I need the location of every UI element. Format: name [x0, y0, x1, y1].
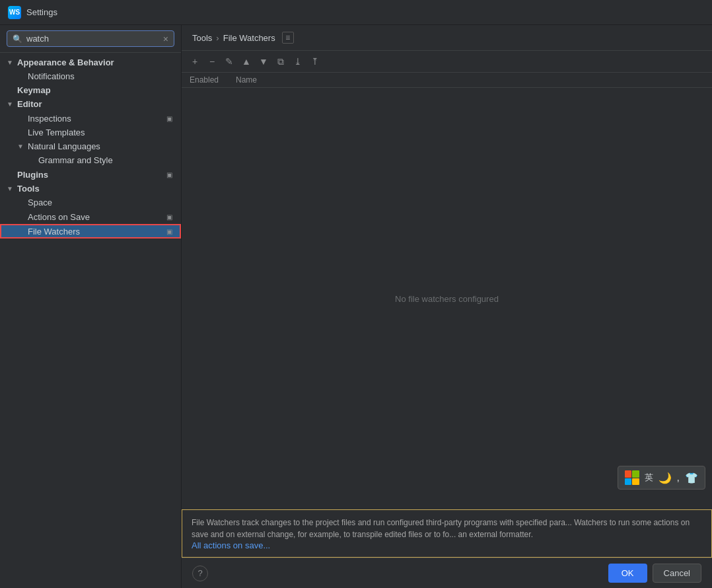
sidebar-item-label: Keymap [17, 85, 174, 95]
sidebar-item-label: Natural Languages [28, 141, 174, 151]
sidebar-item-plugins[interactable]: Plugins ▣ [0, 167, 181, 182]
import-button[interactable]: ⤓ [290, 54, 306, 69]
search-box: 🔍 × [7, 30, 174, 47]
copy-button[interactable]: ⧉ [273, 54, 289, 69]
breadcrumb: Tools › File Watchers ≡ [182, 25, 712, 51]
ws-logo: WS [8, 6, 21, 19]
sidebar-item-editor[interactable]: ▼ Editor [0, 97, 181, 111]
remove-button[interactable]: − [204, 54, 220, 69]
toolbar: + − ✎ ▲ ▼ ⧉ ⤓ ⤒ [182, 51, 712, 73]
sidebar-item-label: Space [28, 198, 174, 207]
sidebar-item-notifications[interactable]: Notifications [0, 69, 181, 83]
sidebar-item-keymap[interactable]: Keymap [0, 83, 181, 97]
sidebar-item-tools[interactable]: ▼ Tools [0, 182, 181, 196]
toggle-icon: ▼ [7, 185, 17, 192]
sidebar: 🔍 × ▼ Appearance & Behavior Notification… [0, 25, 182, 588]
sidebar-item-label: Editor [17, 99, 174, 109]
sidebar-item-label: Plugins [17, 170, 161, 180]
description-text: File Watchers track changes to the proje… [192, 517, 702, 540]
bottom-actions: OK Cancel [608, 564, 701, 583]
toggle-icon: ▼ [7, 100, 17, 108]
sidebar-item-label: Actions on Save [28, 212, 161, 222]
microsoft-icon [625, 470, 639, 485]
window-title: Settings [26, 7, 57, 17]
add-button[interactable]: + [187, 54, 203, 69]
sidebar-item-actions-on-save[interactable]: Actions on Save ▣ [0, 209, 181, 224]
app-icon: WS [8, 6, 21, 19]
move-down-button[interactable]: ▼ [256, 54, 271, 69]
title-bar: WS Settings [0, 0, 712, 25]
settings-icon: ▣ [164, 169, 174, 180]
sidebar-item-grammar-style[interactable]: Grammar and Style [0, 153, 181, 167]
tray-shirt-icon: 👕 [685, 472, 698, 484]
edit-button[interactable]: ✎ [221, 54, 237, 69]
export-button[interactable]: ⤒ [307, 54, 323, 69]
content-body: No file watchers configured 英 🌙 , 👕 [182, 88, 712, 509]
tray-moon-icon: 🌙 [659, 472, 672, 484]
tray-lang-label: 英 [645, 472, 653, 484]
cancel-button[interactable]: Cancel [653, 564, 701, 583]
breadcrumb-file-watchers: File Watchers [223, 33, 275, 43]
settings-icon: ▣ [164, 211, 174, 222]
sidebar-item-space[interactable]: Space [0, 196, 181, 209]
search-clear-button[interactable]: × [163, 34, 168, 44]
sidebar-item-label: Notifications [28, 71, 174, 81]
system-tray: 英 🌙 , 👕 [618, 466, 705, 490]
breadcrumb-menu-button[interactable]: ≡ [282, 32, 294, 44]
search-icon: 🔍 [13, 34, 22, 44]
description-area: File Watchers track changes to the proje… [182, 509, 712, 558]
bottom-bar: ? OK Cancel [182, 558, 712, 588]
empty-state-message: No file watchers configured [395, 294, 499, 304]
col-header-name: Name [236, 75, 704, 85]
toggle-icon: ▼ [7, 59, 17, 66]
sidebar-item-inspections[interactable]: Inspections ▣ [0, 111, 181, 126]
sidebar-item-label: File Watchers [28, 227, 161, 237]
sidebar-item-label: Inspections [28, 114, 161, 124]
sidebar-item-live-templates[interactable]: Live Templates [0, 126, 181, 139]
table-header: Enabled Name [182, 73, 712, 88]
main-layout: 🔍 × ▼ Appearance & Behavior Notification… [0, 25, 712, 588]
search-input[interactable] [26, 34, 159, 44]
all-actions-link[interactable]: All actions on save... [192, 540, 270, 550]
tree-section: ▼ Appearance & Behavior Notifications Ke… [0, 53, 181, 241]
settings-icon: ▣ [164, 113, 174, 124]
search-container: 🔍 × [0, 25, 181, 53]
col-header-enabled: Enabled [190, 75, 236, 85]
sidebar-item-file-watchers[interactable]: File Watchers ▣ [0, 224, 181, 239]
content-panel: Tools › File Watchers ≡ + − ✎ ▲ ▼ ⧉ ⤓ ⤒ … [182, 25, 712, 588]
sidebar-item-label: Appearance & Behavior [17, 57, 174, 67]
breadcrumb-tools: Tools [192, 33, 212, 43]
breadcrumb-separator: › [216, 33, 219, 43]
sidebar-item-label: Live Templates [28, 128, 174, 137]
move-up-button[interactable]: ▲ [238, 54, 254, 69]
sidebar-item-label: Tools [17, 184, 174, 194]
tray-comma-icon: , [677, 472, 680, 484]
settings-icon: ▣ [164, 226, 174, 237]
help-button[interactable]: ? [192, 566, 208, 581]
toggle-icon: ▼ [17, 143, 28, 150]
sidebar-item-appearance-behavior[interactable]: ▼ Appearance & Behavior [0, 55, 181, 69]
ok-button[interactable]: OK [608, 564, 647, 583]
sidebar-item-natural-languages[interactable]: ▼ Natural Languages [0, 139, 181, 153]
sidebar-item-label: Grammar and Style [38, 155, 174, 165]
